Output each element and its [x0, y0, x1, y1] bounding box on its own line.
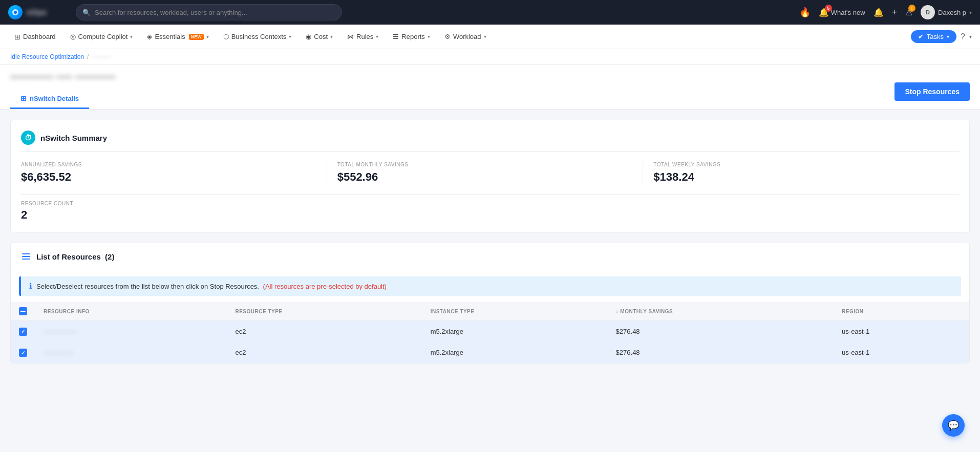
- table-header-row: — RESOURCE INFO RESOURCE TYPE INSTANCE T…: [11, 302, 969, 321]
- resource-type-value: ec2: [235, 349, 246, 356]
- metric-weekly: TOTAL WEEKLY SAVINGS $138.24: [643, 162, 959, 184]
- metric-monthly: TOTAL MONTHLY SAVINGS $552.96: [327, 162, 644, 184]
- metric-annualized: ANNUALIZED SAVINGS $6,635.52: [21, 162, 327, 184]
- tab-nswitch-details[interactable]: ⊞ nSwitch Details: [10, 89, 89, 109]
- resource-type-cell: ec2: [227, 321, 422, 342]
- chat-button[interactable]: 💬: [942, 414, 965, 437]
- nav-cost-label: Cost: [314, 33, 328, 40]
- nav-dashboard[interactable]: ⊞ Dashboard: [8, 25, 62, 49]
- summary-icon: ⏱: [21, 131, 35, 145]
- nav-compute-copilot[interactable]: ◎ Compute Copilot ▾: [64, 25, 139, 49]
- user-chevron-icon: ▾: [969, 10, 972, 15]
- alert-icon-btn[interactable]: ⚠ !: [905, 8, 912, 17]
- nav-workload[interactable]: ⚙ Workload ▾: [438, 25, 493, 49]
- info-banner-main: Select/Deselect resources from the list …: [36, 283, 259, 290]
- header-checkbox-cell: —: [11, 302, 35, 321]
- resource-count-value: 2: [21, 208, 959, 222]
- tasks-label: Tasks: [927, 33, 944, 40]
- annualized-label: ANNUALIZED SAVINGS: [21, 162, 316, 167]
- notification-bell-btn[interactable]: 🔔: [874, 8, 884, 17]
- col-header-region: REGION: [834, 302, 969, 321]
- region-value: us-east-1: [842, 349, 869, 356]
- instance-type-value: m5.2xlarge: [431, 328, 463, 335]
- summary-header: ⏱ nSwitch Summary: [21, 131, 959, 152]
- chat-icon: 💬: [948, 420, 959, 431]
- alert-badge: !: [908, 5, 915, 12]
- check-icon: ✓: [21, 329, 25, 334]
- nswitch-tab-label: nSwitch Details: [30, 95, 79, 102]
- row-checkbox-cell: ✓: [11, 342, 35, 363]
- resource-name-cell: ················: [35, 342, 227, 363]
- check-icon: ✓: [21, 350, 25, 356]
- region-cell: us-east-1: [834, 342, 969, 363]
- resources-title: List of Resources (2): [36, 252, 114, 261]
- tasks-button[interactable]: ✔ Tasks ▾: [911, 30, 956, 43]
- weekly-value: $138.24: [653, 170, 949, 184]
- nav-rules[interactable]: ⋈ Rules ▾: [341, 25, 385, 49]
- monthly-label: TOTAL MONTHLY SAVINGS: [337, 162, 633, 167]
- col-header-resource-info: RESOURCE INFO: [35, 302, 227, 321]
- resource-name: ················: [44, 349, 73, 356]
- tasks-icon: ✔: [918, 33, 924, 40]
- page-title-area: ·············· ····· ············· ⊞ nSw…: [10, 71, 116, 109]
- svg-rect-4: [22, 259, 30, 260]
- cost-chevron-icon: ▾: [330, 34, 333, 39]
- nav-reports[interactable]: ☰ Reports ▾: [387, 25, 436, 49]
- resource-name-cell: ··················: [35, 321, 227, 342]
- monthly-savings-value: $276.48: [616, 328, 640, 335]
- svg-rect-3: [22, 256, 30, 257]
- summary-card: ⏱ nSwitch Summary ANNUALIZED SAVINGS $6,…: [10, 120, 970, 232]
- search-icon: 🔍: [82, 9, 91, 16]
- global-search[interactable]: 🔍 Search for resources, workload, users …: [76, 4, 342, 20]
- plus-btn[interactable]: +: [892, 7, 898, 18]
- table-row[interactable]: ✓ ·················· ec2 m5.2xlarge $276…: [11, 321, 969, 342]
- essentials-new-badge: NEW: [189, 34, 204, 40]
- main-content: ⏱ nSwitch Summary ANNUALIZED SAVINGS $6,…: [0, 110, 980, 452]
- nav-cost[interactable]: ◉ Cost ▾: [300, 25, 339, 49]
- notification-icon: 🔔: [874, 8, 884, 17]
- whats-new-btn[interactable]: 🔔 5 What's new: [819, 8, 865, 17]
- resource-count-label: RESOURCE COUNT: [21, 201, 959, 206]
- notif-badge: 5: [825, 5, 832, 12]
- reports-chevron-icon: ▾: [428, 34, 430, 39]
- resource-type-value: ec2: [235, 328, 246, 335]
- compute-icon: ◎: [70, 33, 76, 40]
- nav-reports-label: Reports: [401, 33, 425, 40]
- col-header-monthly-savings[interactable]: ↓ MONTHLY SAVINGS: [608, 302, 834, 321]
- page-header: ·············· ····· ············· ⊞ nSw…: [0, 65, 980, 110]
- user-avatar-btn[interactable]: D Daxesh p ▾: [921, 5, 972, 19]
- secondary-navigation: ⊞ Dashboard ◎ Compute Copilot ▾ ◈ Essent…: [0, 25, 980, 49]
- table-row[interactable]: ✓ ················ ec2 m5.2xlarge $276.4…: [11, 342, 969, 363]
- resources-section-title: List of Resources: [36, 252, 101, 261]
- fire-icon-btn[interactable]: 🔥: [799, 7, 811, 18]
- resources-count: (2): [105, 252, 114, 261]
- resource-type-cell: ec2: [227, 342, 422, 363]
- info-banner-text: Select/Deselect resources from the list …: [36, 283, 387, 290]
- logo-icon: [8, 5, 23, 19]
- row-checkbox[interactable]: ✓: [19, 328, 27, 336]
- list-icon: [21, 251, 31, 262]
- breadcrumb-current: ···········: [92, 53, 111, 60]
- row-checkbox[interactable]: ✓: [19, 349, 27, 357]
- nswitch-tab-icon: ⊞: [20, 94, 27, 102]
- tabs-row: ⊞ nSwitch Details: [10, 89, 116, 109]
- tasks-chevron-icon: ▾: [947, 34, 949, 39]
- help-chevron-icon[interactable]: ▾: [969, 34, 972, 39]
- region-cell: us-east-1: [834, 321, 969, 342]
- dashboard-icon: ⊞: [14, 33, 20, 41]
- help-icon-btn[interactable]: ?: [961, 32, 965, 41]
- header-checkbox[interactable]: —: [19, 307, 27, 315]
- avatar: D: [921, 5, 935, 19]
- whats-new-label: What's new: [831, 9, 865, 16]
- nav-business-contexts[interactable]: ⬡ Business Contexts ▾: [217, 25, 298, 49]
- breadcrumb-parent[interactable]: Idle Resource Optimization: [10, 53, 84, 60]
- rules-chevron-icon: ▾: [376, 34, 378, 39]
- nav-essentials-label: Essentials: [155, 33, 185, 40]
- stop-resources-button[interactable]: Stop Resources: [894, 82, 970, 101]
- col-header-instance-type: INSTANCE TYPE: [422, 302, 608, 321]
- nav-business-label: Business Contexts: [231, 33, 287, 40]
- business-icon: ⬡: [223, 33, 229, 40]
- nav-essentials[interactable]: ◈ Essentials NEW ▾: [141, 25, 215, 49]
- instance-type-value: m5.2xlarge: [431, 349, 463, 356]
- svg-rect-2: [22, 253, 30, 254]
